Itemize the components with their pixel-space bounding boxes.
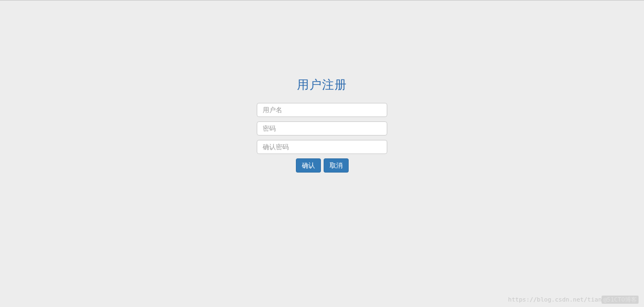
button-row: 确认 取消 <box>257 158 387 173</box>
confirm-password-input[interactable] <box>257 140 387 154</box>
watermark: https://blog.csdn.net/tian@51CTO博客 <box>508 296 639 304</box>
registration-form-container: 用户注册 确认 取消 <box>257 1 387 173</box>
form-title: 用户注册 <box>257 77 387 93</box>
username-input[interactable] <box>257 103 387 117</box>
password-input[interactable] <box>257 121 387 136</box>
watermark-url: https://blog.csdn.net/tian <box>508 296 602 303</box>
cancel-button[interactable]: 取消 <box>324 158 349 173</box>
submit-button[interactable]: 确认 <box>296 158 321 173</box>
watermark-badge: @51CTO博客 <box>602 296 639 304</box>
